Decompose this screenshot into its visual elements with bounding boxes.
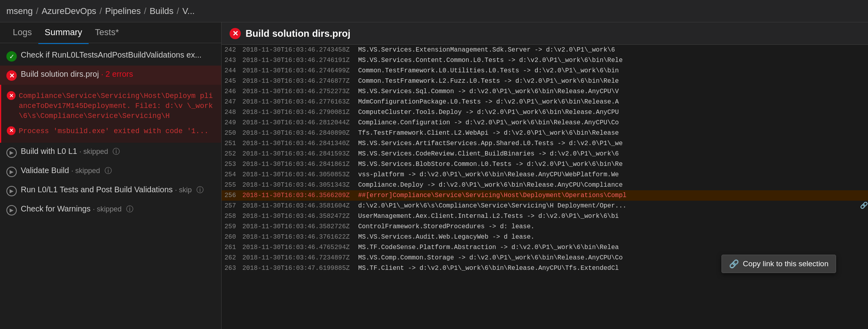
line-timestamp: 2018-11-30T16:03:46.2746877Z xyxy=(242,76,358,86)
tab-logs[interactable]: Logs xyxy=(6,22,38,44)
step-meta-build-l0-l1: · skipped xyxy=(79,148,108,156)
log-line: 2482018-11-30T16:03:46.2790081ZComputeCl… xyxy=(222,107,868,118)
play-icon-build-l0-l1: ▶ xyxy=(6,148,17,158)
log-line: 2492018-11-30T16:03:46.2812044ZComplianc… xyxy=(222,118,868,128)
log-line: 2562018-11-30T16:03:46.3566209Z##[error]… xyxy=(222,190,868,201)
line-content: Compliance.Deploy -> d:\v2.0\P1\_work\6\… xyxy=(358,180,868,190)
line-timestamp: 2018-11-30T16:03:46.3566209Z xyxy=(242,191,358,200)
line-timestamp: 2018-11-30T16:03:46.2841340Z xyxy=(242,139,358,148)
breadcrumb-item-azuredevops[interactable]: AzureDevOps xyxy=(42,6,96,16)
step-title-build-solution: Build solution dirs.proj · 2 errors xyxy=(21,70,215,79)
info-icon-run-tests: ⓘ xyxy=(196,186,204,194)
log-header-title: Build solution dirs.proj xyxy=(246,28,351,39)
error-count-badge: · 2 errors xyxy=(101,70,133,78)
log-line: 2612018-11-30T16:03:46.4765294ZMS.TF.Cod… xyxy=(222,242,868,253)
line-content: ComputeCluster.Tools.Deploy -> d:\v2.0\P… xyxy=(358,108,868,117)
step-item-build-l0-l1[interactable]: ▶ Build with L0 L1 · skipped ⓘ xyxy=(0,143,221,162)
step-item-run-tests[interactable]: ▶ Run L0/L1 Tests and Post Build Validat… xyxy=(0,181,221,200)
line-content: MS.VS.Services.ArtifactServices.App.Shar… xyxy=(358,139,868,148)
tab-summary[interactable]: Summary xyxy=(38,22,89,44)
breadcrumb-item-mseng[interactable]: mseng xyxy=(6,6,33,16)
line-number: 248 xyxy=(222,108,242,117)
step-item-check-warnings[interactable]: ▶ Check for Warnings · skipped ⓘ xyxy=(0,200,221,219)
log-content[interactable]: 2422018-11-30T16:03:46.2743458ZMS.VS.Ser… xyxy=(222,45,868,329)
line-number: 261 xyxy=(222,243,242,252)
line-timestamp: 2018-11-30T16:03:46.3582726Z xyxy=(242,222,358,231)
tabs-bar: Logs Summary Tests* xyxy=(0,22,221,43)
log-line: 2582018-11-30T16:03:46.3582472ZUserManag… xyxy=(222,211,868,221)
link-chain-icon: 🔗 xyxy=(729,259,739,269)
log-line: 2552018-11-30T16:03:46.3051343ZComplianc… xyxy=(222,180,868,190)
log-line: 2452018-11-30T16:03:46.2746877ZCommon.Te… xyxy=(222,76,868,86)
line-timestamp: 2018-11-30T16:03:46.2840890Z xyxy=(242,128,358,138)
play-icon-validate-build: ▶ xyxy=(6,167,17,177)
line-content: MS.VS.Services.CodeReview.Client_BuildBi… xyxy=(358,149,868,159)
line-content: Common.TestFramework.L0.Utilities.L0.Tes… xyxy=(358,66,868,76)
line-number: 262 xyxy=(222,253,242,263)
breadcrumb-item-v[interactable]: V... xyxy=(182,6,195,16)
log-line: 2432018-11-30T16:03:46.2746191ZMS.VS.Ser… xyxy=(222,55,868,66)
log-header: ✕ Build solution dirs.proj xyxy=(222,22,868,45)
log-line: 2542018-11-30T16:03:46.3050853Zvss-platf… xyxy=(222,169,868,180)
error-icon-line1: ✕ xyxy=(7,91,16,100)
copy-link-label[interactable]: Copy link to this selection xyxy=(743,259,828,268)
line-timestamp: 2018-11-30T16:03:46.2743458Z xyxy=(242,45,358,55)
step-item-validate-build[interactable]: ▶ Validate Build · skipped ⓘ xyxy=(0,162,221,181)
line-timestamp: 2018-11-30T16:03:46.2746499Z xyxy=(242,66,358,76)
right-panel: ✕ Build solution dirs.proj 2422018-11-30… xyxy=(222,22,868,329)
step-content-build-l0-l1: Build with L0 L1 · skipped ⓘ xyxy=(21,147,215,156)
line-content: Compliance.Configuration -> d:\v2.0\P1\_… xyxy=(358,118,868,128)
step-item-check-run[interactable]: ✓ Check if RunL0LTestsAndPostBuildValida… xyxy=(0,46,221,66)
line-timestamp: 2018-11-30T16:03:46.3761622Z xyxy=(242,232,358,242)
line-timestamp: 2018-11-30T16:03:47.6199885Z xyxy=(242,263,358,273)
error-line-1: ✕ Compliance\Service\Servicing\Host\Depl… xyxy=(7,89,216,124)
step-meta-run-tests: · skip xyxy=(175,186,192,194)
breadcrumb-item-pipelines[interactable]: Pipelines xyxy=(105,6,141,16)
line-content: d:\v2.0\P1\_work\6\s\Compliance\Service\… xyxy=(358,201,857,211)
step-title-run-tests: Run L0/L1 Tests and Post Build Validatio… xyxy=(21,185,215,195)
right-panel-wrapper: ✕ Build solution dirs.proj 2422018-11-30… xyxy=(222,22,868,329)
breadcrumb-sep-2: / xyxy=(99,6,102,16)
line-number: 255 xyxy=(222,180,242,190)
log-line: 2572018-11-30T16:03:46.3581604Zd:\v2.0\P… xyxy=(222,201,868,211)
step-meta-check-warnings: · skipped xyxy=(93,205,121,213)
error-line-2: ✕ Process 'msbuild.exe' exited with code… xyxy=(7,124,216,139)
error-icon-line2: ✕ xyxy=(7,126,16,135)
breadcrumb-sep-1: / xyxy=(36,6,38,16)
line-number: 249 xyxy=(222,118,242,128)
step-content-build-solution: Build solution dirs.proj · 2 errors xyxy=(21,70,215,79)
log-line: 2512018-11-30T16:03:46.2841340ZMS.VS.Ser… xyxy=(222,138,868,149)
line-timestamp: 2018-11-30T16:03:46.4765294Z xyxy=(242,243,358,252)
left-panel: Logs Summary Tests* ✓ Check if RunL0LTes… xyxy=(0,22,222,329)
play-icon-run-tests: ▶ xyxy=(6,186,17,196)
log-line: 2422018-11-30T16:03:46.2743458ZMS.VS.Ser… xyxy=(222,45,868,55)
copy-link-popup[interactable]: 🔗 Copy link to this selection xyxy=(721,255,836,273)
line-timestamp: 2018-11-30T16:03:46.3050853Z xyxy=(242,170,358,179)
line-timestamp: 2018-11-30T16:03:46.3051343Z xyxy=(242,180,358,190)
log-line: 2602018-11-30T16:03:46.3761622ZMS.VS.Ser… xyxy=(222,232,868,242)
line-number: 246 xyxy=(222,87,242,96)
info-icon-build-l0-l1: ⓘ xyxy=(113,148,120,156)
line-timestamp: 2018-11-30T16:03:46.2746191Z xyxy=(242,56,358,65)
line-number: 243 xyxy=(222,56,242,65)
breadcrumb: mseng / AzureDevOps / Pipelines / Builds… xyxy=(0,0,868,22)
log-line: 2522018-11-30T16:03:46.2841593ZMS.VS.Ser… xyxy=(222,149,868,159)
steps-list: ✓ Check if RunL0LTestsAndPostBuildValida… xyxy=(0,43,221,329)
line-content: vss-platform -> d:\v2.0\P1\_work\6\bin\R… xyxy=(358,170,868,179)
line-timestamp: 2018-11-30T16:03:46.2841593Z xyxy=(242,149,358,159)
log-line: 2592018-11-30T16:03:46.3582726ZControlFr… xyxy=(222,221,868,232)
line-timestamp: 2018-11-30T16:03:46.2841861Z xyxy=(242,160,358,169)
step-item-build-solution[interactable]: ✕ Build solution dirs.proj · 2 errors xyxy=(0,66,221,85)
line-link-icon[interactable]: 🔗 xyxy=(860,201,868,211)
step-content-check-run: Check if RunL0LTestsAndPostBuildValidati… xyxy=(21,50,215,60)
step-meta-validate-build: · skipped xyxy=(71,167,100,175)
line-number: 252 xyxy=(222,149,242,159)
line-number: 259 xyxy=(222,222,242,231)
line-content: MS.VS.Services.Sql.Common -> d:\v2.0\P1\… xyxy=(358,87,868,96)
tab-tests[interactable]: Tests* xyxy=(89,22,125,44)
step-title-check-warnings: Check for Warnings · skipped ⓘ xyxy=(21,204,215,214)
error-icon-build: ✕ xyxy=(6,70,17,81)
breadcrumb-item-builds[interactable]: Builds xyxy=(150,6,174,16)
line-content: MS.VS.Services.Content.Common.L0.Tests -… xyxy=(358,56,868,65)
step-title-check-run: Check if RunL0LTestsAndPostBuildValidati… xyxy=(21,50,215,60)
